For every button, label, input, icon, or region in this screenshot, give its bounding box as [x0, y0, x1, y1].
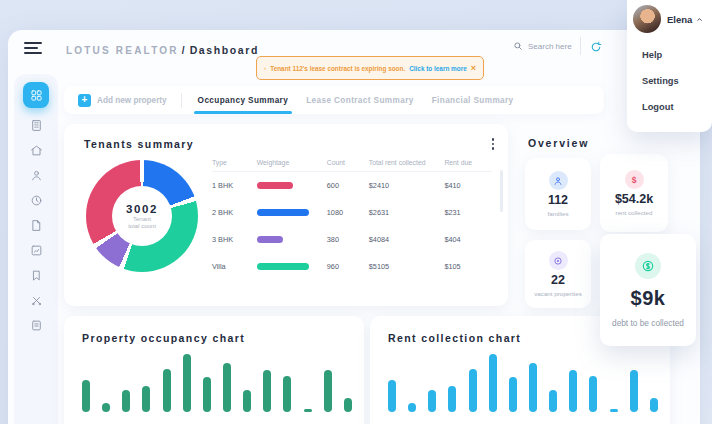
chart-bar — [102, 403, 110, 412]
chart-bar — [243, 390, 251, 412]
cell-count: 380 — [327, 235, 369, 244]
chart-bar — [388, 380, 396, 412]
add-property-button[interactable]: + Add new property — [78, 94, 167, 107]
weightage-bar — [257, 209, 309, 216]
user-name-button[interactable]: Elena — [667, 14, 703, 25]
table-row: 3 BHK380$4084$404 — [212, 226, 492, 253]
plus-icon: + — [78, 94, 91, 107]
tenants-table-header: Type Weightage Count Total rent collecte… — [212, 154, 492, 172]
tenants-summary-card: Tenants summary 3002 Tenant total count … — [64, 124, 508, 306]
weightage-bar — [257, 263, 309, 270]
brand-name: LOTUS REALTOR — [66, 45, 179, 56]
breadcrumb: LOTUS REALTOR/Dashboard — [66, 44, 259, 56]
hamburger-menu-icon[interactable] — [24, 42, 42, 55]
sidebar-item-reports[interactable] — [24, 242, 48, 258]
chevron-up-icon — [696, 16, 703, 23]
tab-occupancy-summary[interactable]: Occupancy Summary — [196, 88, 291, 113]
cell-rent-due: $231 — [444, 208, 492, 217]
families-label: families — [548, 210, 569, 217]
history-icon — [30, 194, 43, 207]
cell-weightage — [257, 209, 327, 216]
families-value: 112 — [548, 193, 568, 207]
chart-bar — [82, 380, 90, 412]
tools-icon — [30, 294, 43, 307]
overview-card-debt: $9k debt to be collected — [600, 234, 696, 346]
overview-card-families: 112 families — [525, 158, 591, 230]
chart-bar — [263, 370, 271, 412]
dollar-icon: $ — [625, 170, 644, 189]
sidebar — [14, 74, 58, 424]
chart-bar — [408, 403, 416, 412]
overview-card-rent-collected: $ $54.2k rent collected — [600, 154, 668, 232]
tab-strip: + Add new property Occupancy Summary Lea… — [64, 86, 604, 114]
chart-bar — [630, 370, 638, 412]
chart-bar — [283, 376, 291, 412]
kebab-menu-icon[interactable] — [490, 136, 497, 152]
cell-weightage — [257, 263, 327, 270]
cell-type: 3 BHK — [212, 235, 257, 244]
property-occupancy-chart-card: Property occupancy chart — [64, 316, 364, 424]
chart-bar — [489, 354, 497, 412]
menu-item-help[interactable]: Help — [642, 50, 662, 60]
chart-bar — [589, 376, 597, 412]
cell-rent-due: $105 — [444, 262, 492, 271]
table-scrollbar[interactable] — [500, 170, 503, 212]
sidebar-item-properties[interactable] — [24, 117, 48, 133]
dashboard-icon — [30, 89, 43, 102]
cell-count: 600 — [327, 181, 369, 190]
sidebar-item-documents[interactable] — [24, 217, 48, 233]
cell-total-rent: $4084 — [369, 235, 445, 244]
chart-bar — [549, 390, 557, 412]
alert-text: Tenant 112's lease contract is expiring … — [270, 65, 405, 72]
tab-lease-contract-summary[interactable]: Lease Contract Summary — [304, 88, 416, 113]
cell-type: Villa — [212, 262, 257, 271]
building-dot-icon — [549, 251, 568, 270]
search-input[interactable]: Search here — [513, 41, 572, 51]
chart-bar — [509, 377, 517, 412]
tenants-table: Type Weightage Count Total rent collecte… — [212, 154, 492, 280]
tab-divider — [181, 93, 182, 108]
tab-financial-summary[interactable]: Financial Summary — [430, 88, 516, 113]
avatar[interactable] — [633, 5, 661, 33]
cell-total-rent: $2410 — [369, 181, 445, 190]
user-dropdown-menu: Elena Help Settings Logout — [627, 0, 712, 132]
rent-collection-bars — [388, 354, 658, 412]
cell-rent-due: $404 — [444, 235, 492, 244]
cell-type: 1 BHK — [212, 181, 257, 190]
alert-link[interactable]: Click to learn more — [409, 65, 467, 72]
breadcrumb-separator: / — [182, 45, 187, 56]
sidebar-item-dashboard[interactable] — [23, 82, 49, 108]
reports-icon — [30, 244, 43, 257]
sidebar-item-tenants[interactable] — [24, 167, 48, 183]
chart-bar — [163, 369, 171, 412]
menu-item-settings[interactable]: Settings — [642, 76, 679, 86]
rent-collected-label: rent collected — [616, 209, 653, 216]
page-title: Dashboard — [190, 44, 259, 56]
sidebar-item-notes[interactable] — [24, 317, 48, 333]
cell-count: 960 — [327, 262, 369, 271]
sidebar-item-history[interactable] — [24, 192, 48, 208]
home-icon — [30, 144, 43, 157]
occupancy-bars — [82, 354, 352, 412]
vacant-properties-value: 22 — [551, 273, 565, 287]
chart-bar — [448, 386, 456, 412]
chart-bar — [428, 390, 436, 412]
chart-bar — [122, 390, 130, 412]
notes-icon — [30, 319, 43, 332]
properties-icon — [30, 119, 43, 132]
tenants-donut-chart: 3002 Tenant total count — [86, 160, 198, 272]
chart-bar — [183, 354, 191, 412]
cell-count: 1080 — [327, 208, 369, 217]
sidebar-item-home[interactable] — [24, 142, 48, 158]
menu-item-logout[interactable]: Logout — [642, 102, 674, 112]
chart-bar — [223, 363, 231, 412]
table-row: 1 BHK600$2410$410 — [212, 172, 492, 199]
bookmarks-icon — [30, 269, 43, 282]
table-row: 2 BHK1080$2631$231 — [212, 199, 492, 226]
sidebar-item-bookmarks[interactable] — [24, 267, 48, 283]
sidebar-item-tools[interactable] — [24, 292, 48, 308]
alert-close-icon[interactable]: × — [471, 63, 476, 73]
cell-total-rent: $2631 — [369, 208, 445, 217]
cell-total-rent: $5105 — [369, 262, 445, 271]
sync-icon[interactable] — [590, 39, 602, 57]
